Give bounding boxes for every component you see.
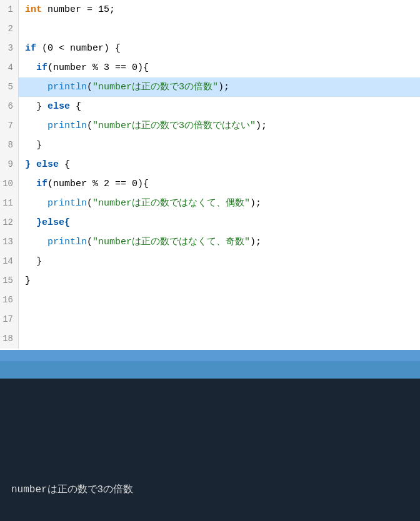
code-line: 18: [0, 329, 420, 349]
code-line: 4 if(number % 3 == 0){: [0, 58, 420, 77]
line-number: 3: [0, 39, 19, 58]
line-content: } else {: [19, 155, 420, 174]
line-number: 10: [0, 174, 19, 194]
code-line: 15}: [0, 271, 420, 290]
line-content: if (0 < number) {: [19, 39, 420, 58]
line-content: println("numberは正の数で3の倍数ではない");: [19, 116, 420, 136]
line-number: 5: [0, 77, 19, 97]
code-line: 2: [0, 19, 420, 39]
line-number: 15: [0, 271, 19, 290]
line-number: 17: [0, 310, 19, 329]
code-line: 10 if(number % 2 == 0){: [0, 174, 420, 194]
line-content: } else {: [19, 97, 420, 116]
line-content: }: [19, 252, 420, 271]
code-line: 17: [0, 310, 420, 329]
line-content: println("numberは正の数ではなくて、奇数");: [19, 232, 420, 252]
line-content: }: [19, 271, 420, 290]
code-line: 11 println("numberは正の数ではなくて、偶数");: [0, 194, 420, 213]
line-number: 16: [0, 290, 19, 310]
code-line: 7 println("numberは正の数で3の倍数ではない");: [0, 116, 420, 136]
code-line: 5 println("numberは正の数で3の倍数");: [0, 77, 420, 97]
line-content: int number = 15;: [19, 0, 420, 19]
console-area: numberは正の数で3の倍数: [0, 379, 420, 521]
code-line: 13 println("numberは正の数ではなくて、奇数");: [0, 232, 420, 252]
line-content: }: [19, 136, 420, 155]
code-line: 14 }: [0, 252, 420, 271]
code-editor[interactable]: 1int number = 15;23if (0 < number) {4 if…: [0, 0, 420, 350]
code-line: 3if (0 < number) {: [0, 39, 420, 58]
line-content: }else{: [19, 213, 420, 232]
line-content: if(number % 3 == 0){: [19, 58, 420, 77]
line-number: 7: [0, 116, 19, 136]
line-content: println("numberは正の数ではなくて、偶数");: [19, 194, 420, 213]
line-number: 8: [0, 136, 19, 155]
code-line: 9} else {: [0, 155, 420, 174]
line-number: 11: [0, 194, 19, 213]
line-number: 12: [0, 213, 19, 232]
line-number: 14: [0, 252, 19, 271]
line-number: 1: [0, 0, 19, 19]
line-number: 6: [0, 97, 19, 116]
line-number: 4: [0, 58, 19, 77]
code-line: 16: [0, 290, 420, 310]
code-lines: 1int number = 15;23if (0 < number) {4 if…: [0, 0, 420, 349]
console-output: numberは正の数で3の倍数: [0, 475, 420, 504]
line-number: 2: [0, 19, 19, 39]
line-content: println("numberは正の数で3の倍数");: [19, 77, 420, 97]
editor-scrollbar[interactable]: [0, 350, 420, 361]
line-number: 13: [0, 232, 19, 252]
line-content: if(number % 2 == 0){: [19, 174, 420, 194]
mid-divider: [0, 361, 420, 379]
code-line: 1int number = 15;: [0, 0, 420, 19]
code-line: 12 }else{: [0, 213, 420, 232]
line-number: 18: [0, 329, 19, 349]
code-line: 6 } else {: [0, 97, 420, 116]
line-number: 9: [0, 155, 19, 174]
code-line: 8 }: [0, 136, 420, 155]
